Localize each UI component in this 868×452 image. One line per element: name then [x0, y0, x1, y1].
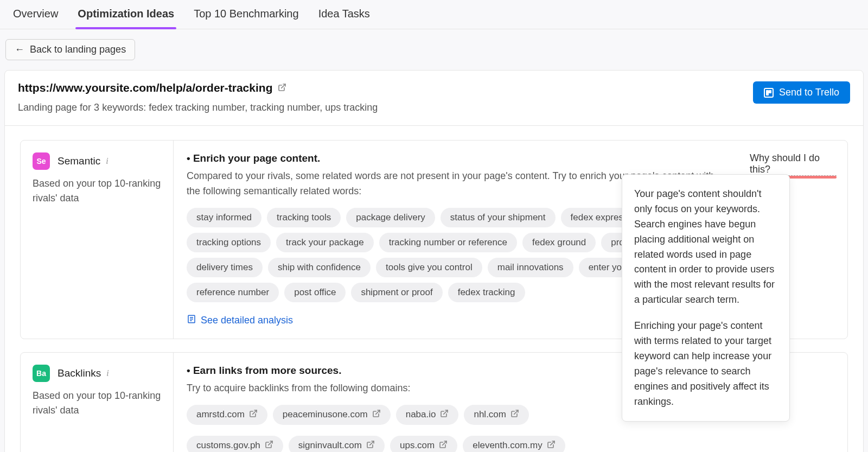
- keyword-pill[interactable]: fedex tracking: [448, 283, 525, 302]
- domain-pill[interactable]: peaceminusone.com: [273, 405, 391, 425]
- backlinks-badge-icon: Ba: [33, 365, 50, 382]
- svg-line-6: [375, 410, 379, 414]
- why-should-i-do-this-link[interactable]: Why should I do this?: [750, 152, 837, 176]
- svg-line-9: [268, 441, 272, 445]
- detail-link-label: See detailed analysis: [201, 315, 293, 326]
- keyword-pill[interactable]: delivery times: [187, 258, 263, 277]
- keyword-pill[interactable]: package delivery: [346, 208, 435, 227]
- svg-line-0: [282, 84, 285, 88]
- external-link-icon: [510, 409, 519, 421]
- domain-pill-label: amrstd.com: [196, 409, 245, 420]
- external-link-icon: [249, 409, 258, 421]
- page-url: https://www.yoursite.com/help/a/order-tr…: [18, 81, 272, 94]
- why-tooltip: Your page's content shouldn't only focus…: [622, 174, 790, 422]
- svg-line-8: [514, 410, 518, 414]
- tab-idea-tasks[interactable]: Idea Tasks: [316, 0, 372, 29]
- external-link-icon: [439, 440, 448, 451]
- send-to-trello-button[interactable]: Send to Trello: [753, 81, 850, 104]
- domain-pill[interactable]: eleventh.com.my: [463, 436, 565, 452]
- main-panel: https://www.yoursite.com/help/a/order-tr…: [4, 70, 864, 452]
- semantic-card-title: Semantic: [58, 155, 100, 167]
- tab-optimization-ideas[interactable]: Optimization Ideas: [75, 0, 176, 29]
- tab-overview[interactable]: Overview: [11, 0, 60, 29]
- trello-icon: [764, 88, 774, 98]
- keyword-pill[interactable]: ship with confidence: [268, 258, 371, 277]
- keyword-pill[interactable]: fedex ground: [522, 233, 596, 252]
- page-subtitle: Landing page for 3 keywords: fedex track…: [18, 102, 378, 113]
- external-link-icon: [265, 440, 273, 451]
- keyword-pill[interactable]: reference number: [187, 283, 279, 302]
- domain-pill-label: naba.io: [406, 409, 436, 420]
- keyword-pill[interactable]: tracking tools: [267, 208, 341, 227]
- back-to-landing-pages-button[interactable]: ← Back to landing pages: [5, 39, 135, 60]
- domain-pill[interactable]: customs.gov.ph: [187, 436, 283, 452]
- page-url-row: https://www.yoursite.com/help/a/order-tr…: [18, 81, 378, 94]
- keyword-pill[interactable]: tools give you control: [376, 258, 482, 277]
- cards-container: Se Semantic i Based on your top 10-ranki…: [5, 126, 863, 452]
- domain-pill[interactable]: amrstd.com: [187, 405, 267, 425]
- external-link-icon: [366, 440, 375, 451]
- external-link-icon: [372, 409, 381, 421]
- tab-bar: Overview Optimization Ideas Top 10 Bench…: [0, 0, 868, 29]
- domain-pill[interactable]: naba.io: [396, 405, 459, 425]
- domain-pill-label: nhl.com: [474, 409, 506, 420]
- external-link-icon[interactable]: [278, 81, 286, 94]
- tab-benchmarking[interactable]: Top 10 Benchmarking: [192, 0, 301, 29]
- back-button-label: Back to landing pages: [30, 44, 126, 55]
- keyword-pill[interactable]: stay informed: [187, 208, 261, 227]
- arrow-left-icon: ←: [15, 44, 24, 55]
- keyword-pill[interactable]: tracking options: [187, 233, 271, 252]
- semantic-card-subtitle: Based on your top 10-ranking rivals' dat…: [33, 176, 161, 206]
- semantic-card-left: Se Semantic i Based on your top 10-ranki…: [21, 141, 174, 339]
- domain-pill[interactable]: nhl.com: [464, 405, 529, 425]
- domain-pill-label: ups.com: [400, 440, 435, 451]
- tooltip-paragraph-1: Your page's content shouldn't only focus…: [634, 187, 777, 308]
- info-icon[interactable]: i: [106, 156, 108, 166]
- semantic-headline: • Enrich your page content.: [187, 152, 726, 164]
- tooltip-paragraph-2: Enriching your page's content with terms…: [634, 319, 777, 409]
- why-label: Why should I do this?: [750, 152, 820, 175]
- see-detailed-analysis-link[interactable]: See detailed analysis: [187, 314, 293, 327]
- domain-pill-label: peaceminusone.com: [283, 409, 368, 420]
- svg-line-10: [370, 441, 374, 445]
- backlinks-card-title: Backlinks: [58, 367, 101, 379]
- domain-pill[interactable]: signinvault.com: [289, 436, 385, 452]
- domain-pill-label: eleventh.com.my: [473, 440, 542, 451]
- backlinks-card-subtitle: Based on your top 10-ranking rivals' dat…: [33, 389, 161, 418]
- info-icon[interactable]: i: [106, 368, 108, 378]
- keyword-pill[interactable]: mail innovations: [488, 258, 573, 277]
- svg-line-5: [252, 410, 256, 414]
- domain-pill-label: signinvault.com: [298, 440, 362, 451]
- keyword-pill[interactable]: track your package: [276, 233, 374, 252]
- trello-button-label: Send to Trello: [779, 87, 839, 98]
- external-link-icon: [440, 409, 449, 421]
- semantic-badge-icon: Se: [33, 152, 50, 170]
- external-link-icon: [547, 440, 556, 451]
- keyword-pill[interactable]: post office: [284, 283, 346, 302]
- document-icon: [187, 314, 196, 327]
- svg-line-12: [550, 441, 554, 445]
- backlinks-card-left: Ba Backlinks i Based on your top 10-rank…: [21, 353, 174, 452]
- panel-header: https://www.yoursite.com/help/a/order-tr…: [5, 71, 863, 126]
- keyword-pill[interactable]: status of your shipment: [441, 208, 556, 227]
- svg-line-11: [443, 441, 446, 445]
- keyword-pill[interactable]: shipment or proof: [351, 283, 442, 302]
- domain-pill-label: customs.gov.ph: [196, 440, 260, 451]
- svg-line-7: [444, 410, 448, 414]
- keyword-pill[interactable]: tracking number or reference: [379, 233, 517, 252]
- semantic-card: Se Semantic i Based on your top 10-ranki…: [20, 140, 848, 339]
- domain-pill[interactable]: ups.com: [390, 436, 457, 452]
